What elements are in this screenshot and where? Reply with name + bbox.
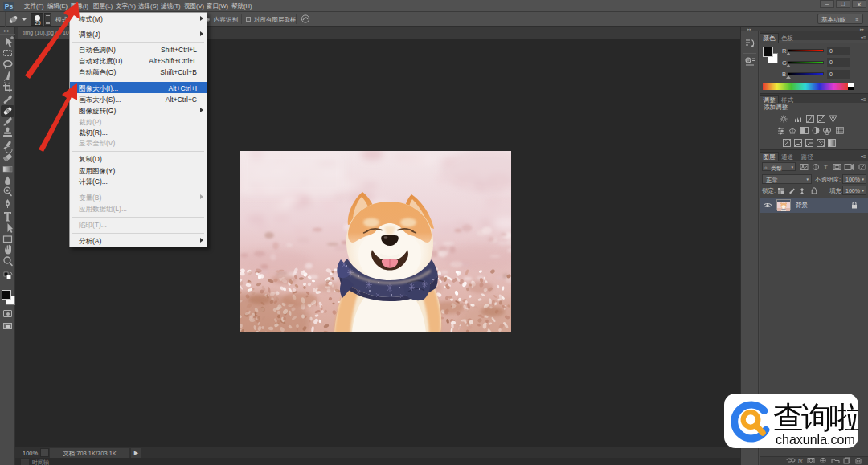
svg-text:fx: fx xyxy=(798,458,803,463)
svg-text:T: T xyxy=(824,164,828,171)
